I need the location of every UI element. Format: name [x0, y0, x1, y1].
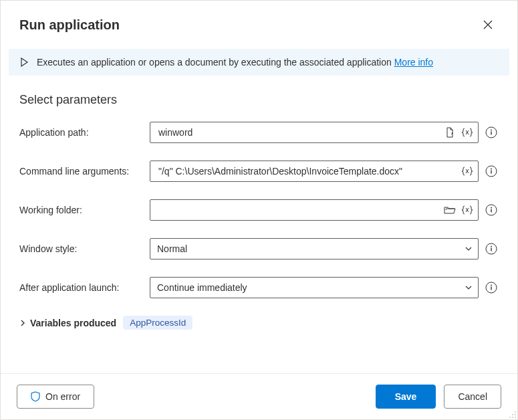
- svg-rect-2: [491, 132, 491, 135]
- variable-picker-button[interactable]: [461, 126, 474, 139]
- save-label: Save: [395, 391, 417, 402]
- variable-icon: [461, 127, 473, 138]
- label-application-path: Application path:: [19, 127, 150, 138]
- info-button-window-style[interactable]: [484, 241, 499, 256]
- after-launch-value: Continue immediately: [157, 282, 247, 293]
- row-window-style: Window style: Normal: [19, 238, 499, 259]
- modal-header: Run application: [1, 1, 517, 43]
- modal-footer: On error Save Cancel: [1, 373, 517, 419]
- info-text-wrap: Executes an application or opens a docum…: [37, 57, 433, 68]
- info-text: Executes an application or opens a docum…: [37, 57, 392, 68]
- file-icon: [444, 127, 455, 138]
- variable-picker-button[interactable]: [461, 203, 474, 217]
- svg-point-15: [515, 411, 516, 413]
- variable-icon: [461, 166, 473, 177]
- label-after-launch: After application launch:: [19, 282, 150, 293]
- row-application-path: Application path:: [19, 122, 499, 143]
- input-wrap-application-path: [150, 122, 479, 143]
- info-button-after-launch[interactable]: [484, 280, 499, 295]
- chevron-right-icon: [19, 320, 26, 326]
- svg-rect-14: [491, 287, 491, 290]
- row-working-folder: Working folder:: [19, 199, 499, 221]
- input-wrap-working-folder: [150, 199, 479, 221]
- close-icon: [483, 20, 493, 29]
- input-wrap-cmd-args: [150, 161, 479, 182]
- section-title: Select parameters: [19, 93, 499, 107]
- working-folder-input[interactable]: [157, 204, 443, 216]
- chevron-down-icon: [465, 245, 473, 253]
- modal-body: Select parameters Application path:: [1, 76, 517, 373]
- info-bar: Executes an application or opens a docum…: [9, 49, 509, 76]
- chevron-down-icon: [465, 284, 473, 292]
- row-cmd-args: Command line arguments:: [19, 161, 499, 182]
- application-path-input[interactable]: [157, 126, 443, 138]
- svg-point-13: [491, 285, 492, 286]
- info-button-app-path[interactable]: [484, 125, 499, 140]
- cmd-args-input[interactable]: [157, 165, 461, 177]
- svg-point-1: [491, 130, 492, 131]
- shield-icon: [31, 391, 40, 402]
- folder-icon: [444, 205, 456, 215]
- modal-title: Run application: [19, 17, 120, 33]
- svg-rect-8: [491, 209, 491, 213]
- svg-point-16: [512, 414, 513, 415]
- info-icon: [485, 165, 497, 177]
- window-style-select[interactable]: Normal: [150, 238, 479, 259]
- svg-point-18: [509, 417, 511, 418]
- svg-point-4: [491, 169, 492, 170]
- row-after-launch: After application launch: Continue immed…: [19, 277, 499, 298]
- window-style-value: Normal: [157, 243, 187, 254]
- svg-rect-5: [491, 171, 491, 174]
- variable-icon: [461, 205, 473, 215]
- svg-point-19: [512, 417, 513, 418]
- label-cmd-args: Command line arguments:: [19, 166, 150, 177]
- info-icon: [485, 126, 497, 138]
- run-icon: [19, 58, 29, 67]
- label-working-folder: Working folder:: [19, 205, 150, 215]
- svg-point-17: [515, 414, 516, 415]
- svg-point-10: [491, 246, 492, 247]
- svg-rect-11: [491, 248, 491, 251]
- file-picker-button[interactable]: [443, 126, 457, 139]
- variable-picker-button[interactable]: [461, 165, 474, 178]
- info-icon: [485, 282, 497, 294]
- more-info-link[interactable]: More info: [394, 57, 433, 68]
- on-error-button[interactable]: On error: [17, 385, 94, 409]
- variable-pill[interactable]: AppProcessId: [123, 316, 192, 330]
- run-application-modal: Run application Executes an application …: [0, 0, 518, 420]
- after-launch-select[interactable]: Continue immediately: [150, 277, 479, 298]
- cancel-button[interactable]: Cancel: [444, 385, 501, 409]
- variables-toggle-label: Variables produced: [30, 318, 116, 328]
- info-button-working-folder[interactable]: [484, 203, 499, 217]
- variables-row: Variables produced AppProcessId: [19, 316, 499, 330]
- info-icon: [485, 243, 497, 255]
- label-window-style: Window style:: [19, 243, 150, 254]
- folder-picker-button[interactable]: [443, 203, 457, 217]
- on-error-label: On error: [45, 391, 80, 402]
- cancel-label: Cancel: [458, 391, 487, 402]
- save-button[interactable]: Save: [376, 385, 436, 409]
- resize-handle[interactable]: [507, 409, 517, 419]
- variables-toggle[interactable]: Variables produced: [19, 318, 116, 328]
- svg-point-7: [491, 207, 492, 209]
- info-icon: [485, 204, 497, 216]
- close-button[interactable]: [477, 14, 499, 35]
- info-button-cmd-args[interactable]: [484, 164, 499, 179]
- svg-point-20: [515, 417, 516, 418]
